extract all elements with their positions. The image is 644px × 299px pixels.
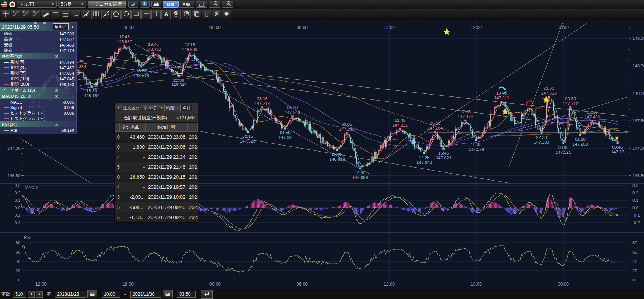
- icon-stamp-tool-button[interactable]: icon: [172, 10, 181, 19]
- copy-tool-button[interactable]: [192, 10, 201, 19]
- chart-type-button[interactable]: [196, 1, 207, 8]
- svg-text:80: 80: [16, 241, 20, 245]
- svg-text:03:15: 03:15: [257, 96, 267, 101]
- date-from-input[interactable]: 2023/11/28: [55, 291, 86, 298]
- date-to-input[interactable]: 2023/11/30: [130, 291, 161, 298]
- svg-text:02:00: 02:00: [587, 110, 598, 114]
- pentagon-tool-button[interactable]: [111, 10, 121, 19]
- close-icon[interactable]: x: [38, 54, 75, 58]
- order-row[interactable]: 01,8002023/11/29 23:062023: [115, 142, 198, 152]
- line-swatch: [4, 118, 9, 119]
- svg-text:147.268: 147.268: [573, 142, 588, 146]
- rsi-pane: [22, 244, 618, 272]
- bar-count-input[interactable]: 510: [13, 291, 26, 298]
- info-button[interactable]: i: [140, 1, 150, 8]
- latest-bar-button[interactable]: 最新足: [53, 23, 69, 30]
- time-lines-tool-button[interactable]: [91, 10, 100, 19]
- svg-text:146.50: 146.50: [7, 174, 20, 178]
- order-row[interactable]: 4-2023/11/29 22:342023: [115, 152, 198, 162]
- count-up-button[interactable]: ▲: [36, 291, 43, 298]
- pair-select[interactable]: ドル/円▼: [17, 1, 57, 8]
- chevron-down-icon: ▼: [81, 3, 84, 6]
- area-chart-button[interactable]: [151, 1, 161, 8]
- svg-text:21:30: 21:30: [173, 78, 184, 82]
- order-row[interactable]: 026,6502023/11/29 20:152023: [115, 172, 198, 182]
- date-to-calendar-button[interactable]: [163, 290, 173, 298]
- order-row[interactable]: 043,4602023/11/29 23:062023: [115, 132, 198, 142]
- rectangle-tool-button[interactable]: [131, 10, 141, 19]
- draw-tool-button[interactable]: [128, 1, 138, 8]
- panel-drag-handle[interactable]: [29, 22, 48, 24]
- svg-text:147.00: 147.00: [7, 146, 20, 150]
- gann-fan-tool-button[interactable]: [101, 10, 110, 19]
- order-row[interactable]: 5-2023/11/29 21:462023: [115, 162, 198, 172]
- close-icon[interactable]: x: [38, 88, 75, 92]
- close-icon[interactable]: x: [38, 94, 75, 98]
- chevron-down-icon: ▼: [51, 3, 54, 6]
- fib-fan-tool-button[interactable]: [81, 10, 90, 19]
- indicator-row: Signal-0.009: [0, 105, 76, 110]
- hand-tool-button[interactable]: [202, 10, 211, 19]
- svg-text:0.2: 0.2: [632, 191, 638, 195]
- svg-text:06:00: 06:00: [297, 25, 308, 30]
- svg-text:00:00: 00:00: [558, 281, 569, 287]
- selected-bar-datetime: 2023/11/29 05:50: [2, 24, 51, 30]
- text-tool-button[interactable]: A: [161, 10, 171, 19]
- crosshair-tool-button[interactable]: [1, 10, 10, 19]
- ruler-tool-button[interactable]: [41, 10, 50, 19]
- eraser-tool-button[interactable]: [222, 10, 231, 19]
- order-type-select[interactable]: すべて▼: [142, 105, 165, 111]
- datetime-column-header[interactable]: 約定日時: [146, 123, 188, 131]
- time-to-input[interactable]: 03:50: [177, 291, 196, 298]
- pencil-icon: [130, 1, 136, 8]
- order-row[interactable]: 5-1,13...2023/11/29 09:462023: [115, 212, 198, 222]
- close-icon[interactable]: x: [38, 122, 75, 127]
- order-list-panel[interactable]: ▼ 注文区分: すべて▼ 約定日: 今日 合計取引損益(円換算) -5,121,…: [114, 103, 198, 223]
- return-arrow-icon: [204, 291, 210, 297]
- wrench-tool-button[interactable]: [212, 10, 221, 19]
- fib-fan-icon: [83, 10, 89, 19]
- pl-column-header[interactable]: 取引損益...: [120, 123, 146, 131]
- ellipse-tool-button[interactable]: [121, 10, 131, 19]
- exec-date-value[interactable]: 今日: [180, 105, 192, 111]
- svg-text:12:00: 12:00: [384, 281, 395, 287]
- timeframe-select[interactable]: 5分足▼: [58, 1, 86, 8]
- zoom-out-button[interactable]: ↕: [209, 1, 220, 8]
- trendline-2-tool-button[interactable]: 2: [21, 10, 30, 19]
- horizontal-line-tool-button[interactable]: [141, 10, 151, 19]
- date-from-calendar-button[interactable]: [87, 290, 97, 298]
- svg-text:40: 40: [16, 259, 20, 264]
- zoom-in-button[interactable]: ↕: [222, 1, 233, 8]
- reload-range-button[interactable]: [201, 290, 213, 299]
- svg-text:0.3: 0.3: [632, 183, 638, 188]
- svg-text:18:00: 18:00: [122, 281, 134, 287]
- svg-text:147.546: 147.546: [285, 110, 300, 115]
- fib-retracement-tool-button[interactable]: [61, 10, 70, 19]
- close-icon[interactable]: x: [70, 25, 75, 29]
- rsi-line: [22, 244, 618, 272]
- parallel-lines-tool-button[interactable]: [51, 10, 60, 19]
- order-row[interactable]: 4-2023/11/29 19:572023: [115, 182, 198, 192]
- line-swatch: [4, 84, 9, 85]
- main-chart[interactable]: 12:0012:0018:0018:0000:0000:0006:0006:00…: [0, 20, 644, 289]
- svg-text:40: 40: [632, 259, 637, 264]
- order-row[interactable]: 3-2,03...2023/11/29 10:022023: [115, 192, 198, 202]
- technical-select[interactable]: テクニカル選択▼: [88, 1, 126, 8]
- trendline-3-tool-button[interactable]: 3: [31, 10, 40, 19]
- order-row[interactable]: 5-508,...2023/11/29 09:462023: [115, 202, 198, 212]
- bar-chart-icon: [198, 1, 205, 8]
- ask-button[interactable]: Ask: [179, 1, 194, 8]
- trendline-1-tool-button[interactable]: 1: [11, 10, 20, 19]
- vertical-line-tool-button[interactable]: [151, 10, 161, 19]
- svg-text:148.518: 148.518: [134, 73, 149, 78]
- fib-arc-tool-button[interactable]: [71, 10, 80, 19]
- svg-text:0: 0: [632, 278, 635, 282]
- order-row[interactable]: 2-520,...2023/11/29 09:42023: [115, 222, 198, 223]
- bid-button[interactable]: Bid: [163, 1, 179, 8]
- time-from-input[interactable]: 10:00: [102, 291, 120, 298]
- count-down-button[interactable]: ▼: [28, 291, 35, 298]
- line-swatch: [4, 130, 9, 131]
- indicator-info-panel[interactable]: 2023/11/29 05:50最新足x始値147.503高値147.507安値…: [0, 22, 77, 134]
- time-cycle-tool-button[interactable]: [182, 10, 191, 19]
- clipped-dropdown[interactable]: ▼: [114, 105, 122, 111]
